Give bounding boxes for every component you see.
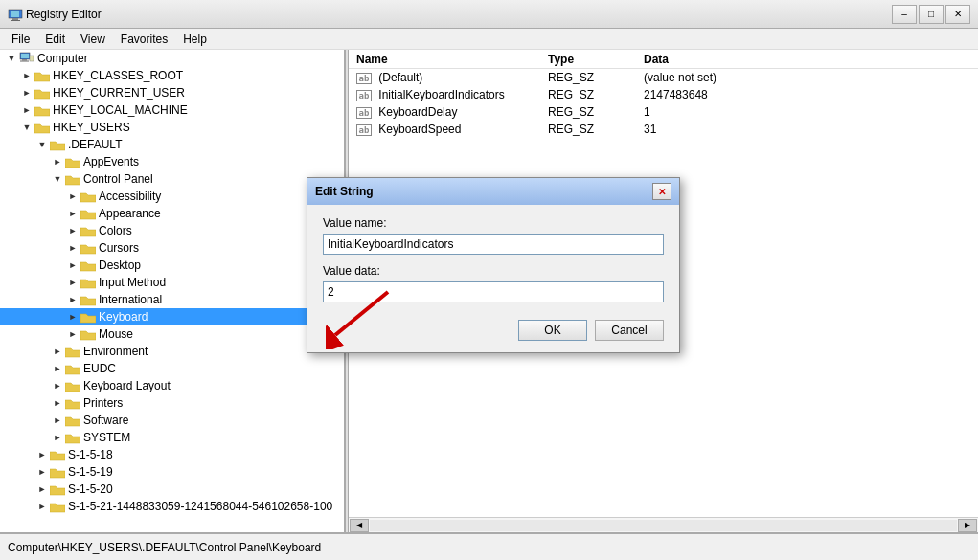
value-name-label: Value name: [323,216,664,230]
dialog-body: Value name: Value data: OK Cancel [307,205,679,352]
dialog-close-button[interactable]: ✕ [652,183,671,200]
value-name-input[interactable] [323,234,664,255]
edit-string-dialog: Edit String ✕ Value name: Value data: OK… [307,177,680,353]
dialog-title: Edit String [315,185,374,198]
value-data-label: Value data: [323,264,664,278]
value-data-input[interactable] [323,281,664,302]
dialog-titlebar: Edit String ✕ [307,178,679,205]
cancel-button[interactable]: Cancel [595,320,664,341]
dialog-overlay: Edit String ✕ Value name: Value data: OK… [0,0,978,560]
dialog-buttons: OK Cancel [323,320,664,341]
ok-button[interactable]: OK [518,320,587,341]
